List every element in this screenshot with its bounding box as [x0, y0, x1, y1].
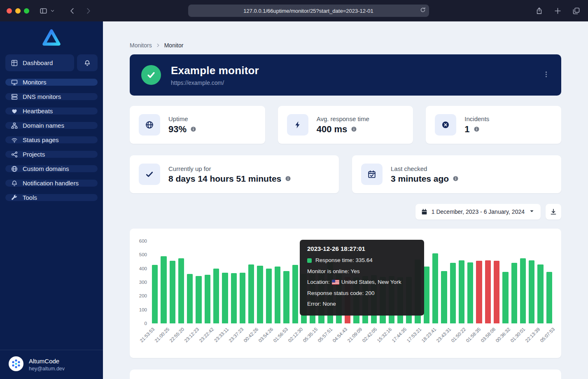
response-bar-up[interactable] [467, 262, 473, 323]
x-axis-label: 17:44:35 [391, 327, 407, 343]
x-axis-label: 01:30:01 [509, 327, 526, 343]
sidebar-chevron-down-icon[interactable] [49, 7, 56, 15]
notifications-bell-button[interactable] [77, 54, 98, 71]
breadcrumb-monitors-link[interactable]: Monitors [130, 42, 152, 49]
response-bar-up[interactable] [283, 271, 289, 323]
sidebar-item-heartbeats[interactable]: Heartbeats [5, 108, 98, 115]
response-bar-up[interactable] [511, 263, 517, 323]
tooltip-row: Response status code: 200 [307, 288, 417, 299]
domains-icon [11, 122, 18, 129]
response-bar-up[interactable] [152, 265, 158, 323]
response-bar-up[interactable] [520, 258, 526, 323]
info-icon[interactable] [351, 126, 357, 132]
monitor-title: Example monitor [171, 64, 259, 77]
app-logo[interactable] [0, 21, 103, 54]
minimize-window-button[interactable] [15, 8, 21, 14]
tooltip-text: Response status code: 200 [307, 288, 375, 299]
heartbeats-icon [11, 108, 18, 115]
response-bar-up[interactable] [529, 260, 534, 323]
response-bar-up[interactable] [196, 276, 201, 323]
response-bar-up[interactable] [205, 275, 210, 323]
x-axis-label: 05:07:53 [539, 327, 555, 343]
reload-icon[interactable] [420, 7, 426, 14]
status-card-currently-up-for: Currently up for8 days 14 hours 51 minut… [130, 155, 339, 193]
sidebar-item-projects[interactable]: Projects [5, 151, 98, 158]
date-range-label: 1 December, 2023 - 6 January, 2024 [432, 208, 525, 215]
response-bar-down[interactable] [494, 261, 499, 323]
response-bar-up[interactable] [459, 260, 464, 323]
series-swatch-icon [307, 258, 312, 263]
response-bar-up[interactable] [222, 273, 228, 323]
response-bar-up[interactable] [450, 263, 456, 323]
back-button[interactable] [67, 6, 77, 16]
tooltip-title: 2023-12-26 18:27:01 [307, 245, 417, 252]
response-bar-up[interactable] [257, 266, 263, 323]
info-icon[interactable] [285, 175, 291, 182]
sidebar-item-tools[interactable]: Tools [5, 194, 98, 201]
share-button[interactable] [534, 6, 544, 16]
info-icon[interactable] [190, 126, 196, 132]
url-bar[interactable]: 127.0.0.1/66uptime/monitor/25?start_date… [188, 5, 429, 17]
response-bar-down[interactable] [476, 261, 482, 323]
forward-button[interactable] [83, 6, 93, 16]
response-bar-up[interactable] [275, 267, 280, 323]
sidebar-menu: DashboardMonitorsDNS monitorsHeartbeatsD… [0, 54, 103, 201]
sidebar-toggle-button[interactable] [38, 6, 49, 16]
response-bar-up[interactable] [187, 274, 193, 323]
fullscreen-window-button[interactable] [24, 8, 29, 14]
response-bar-up[interactable] [240, 273, 245, 323]
export-download-button[interactable] [546, 204, 561, 220]
response-bar-up[interactable] [546, 272, 552, 323]
response-bar-up[interactable] [424, 267, 429, 323]
sidebar-item-dashboard[interactable]: Dashboard [5, 54, 74, 71]
date-range-picker[interactable]: 1 December, 2023 - 6 January, 2024 [415, 204, 541, 220]
breadcrumb-chevron-icon [156, 42, 160, 49]
x-axis-label: 00:42:26 [243, 327, 259, 343]
response-bar-up[interactable] [537, 264, 543, 323]
sidebar-item-domain-names[interactable]: Domain names [5, 122, 98, 129]
response-bar-up[interactable] [231, 273, 237, 323]
sidebar-item-label: DNS monitors [23, 93, 61, 100]
response-bar-up[interactable] [170, 261, 175, 323]
close-window-button[interactable] [7, 8, 12, 14]
x-axis-label: 21:53:53 [139, 327, 155, 343]
url-text: 127.0.0.1/66uptime/monitor/25?start_date… [192, 8, 425, 14]
response-bar-up[interactable] [248, 264, 254, 323]
response-bar-up[interactable] [213, 269, 219, 323]
response-bar-up[interactable] [266, 269, 272, 323]
stat-value: 93% [168, 124, 187, 135]
response-bar-down[interactable] [485, 260, 491, 323]
response-bar-up[interactable] [178, 258, 184, 323]
altumcode-avatar [8, 356, 24, 373]
x-axis-label: 01:50:22 [450, 327, 467, 343]
info-icon[interactable] [474, 126, 480, 132]
x-axis-label: 15:32:16 [376, 327, 392, 343]
sidebar-item-monitors[interactable]: Monitors [5, 79, 98, 86]
sidebar-item-dns-monitors[interactable]: DNS monitors [5, 93, 98, 100]
new-tab-button[interactable] [553, 6, 563, 16]
sidebar-item-status-pages[interactable]: Status pages [5, 136, 98, 143]
chrome-actions [534, 6, 581, 16]
info-icon[interactable] [453, 175, 459, 182]
stat-value: 1 [464, 124, 469, 135]
response-bar-up[interactable] [432, 253, 438, 323]
sidebar-item-notification-handlers[interactable]: Notification handlers [5, 180, 98, 187]
app-window: 127.0.0.1/66uptime/monitor/25?start_date… [0, 0, 588, 379]
sidebar-item-label: Dashboard [23, 59, 53, 66]
tab-overview-button[interactable] [571, 6, 581, 16]
response-bar-up[interactable] [161, 256, 166, 323]
y-axis-tick: 600 [139, 239, 147, 243]
x-axis-label: 03:58:08 [480, 327, 496, 343]
x-axis-label: 22:55:20 [168, 327, 185, 343]
tooltip-text: Response time: 335.64 [315, 255, 373, 266]
response-bar-up[interactable] [441, 271, 447, 323]
x-axis-label: 01:58:35 [465, 327, 481, 343]
chart-tooltip: 2023-12-26 18:27:01 Response time: 335.6… [300, 240, 424, 316]
account-menu[interactable]: AltumCode hey@altum.dev [0, 350, 103, 379]
x-axis-label: 01:56:53 [272, 327, 289, 343]
response-bar-up[interactable] [502, 272, 508, 323]
sidebar-item-custom-domains[interactable]: Custom domains [5, 165, 98, 172]
monitor-url[interactable]: https://example.com/ [171, 80, 259, 86]
monitor-options-button[interactable] [543, 71, 550, 79]
response-bar-up[interactable] [292, 265, 298, 323]
